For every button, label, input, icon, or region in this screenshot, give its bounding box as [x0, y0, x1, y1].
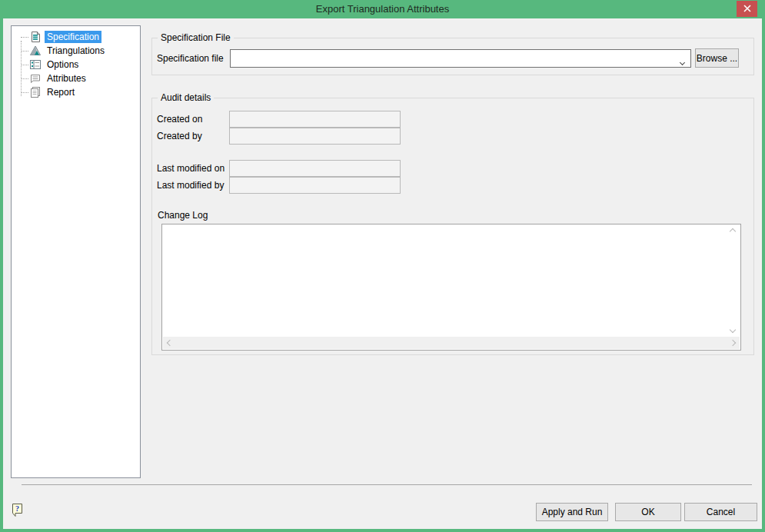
last-modified-by-field: [229, 177, 401, 194]
ok-button[interactable]: OK: [615, 503, 681, 521]
created-by-label: Created by: [157, 131, 202, 142]
triangulations-icon: [29, 45, 42, 57]
window-border-bottom: [0, 529, 765, 532]
sidebar-item-label: Attributes: [45, 72, 88, 85]
specification-file-combobox[interactable]: [230, 49, 691, 68]
scroll-right-icon[interactable]: [730, 340, 736, 346]
group-title: Audit details: [158, 92, 214, 103]
window-title: Export Triangulation Attributes: [0, 0, 765, 18]
scroll-down-icon[interactable]: [730, 327, 736, 333]
specification-file-input[interactable]: [232, 52, 674, 65]
svg-text:?: ?: [15, 504, 19, 513]
help-balloon-icon[interactable]: ?: [11, 503, 24, 519]
chevron-down-icon: [680, 56, 684, 67]
scroll-left-icon[interactable]: [167, 340, 173, 346]
sidebar-item-report[interactable]: Report: [12, 85, 140, 99]
sidebar-item-label: Report: [45, 86, 77, 98]
close-icon: [743, 4, 751, 15]
group-title: Specification File: [158, 32, 234, 43]
sidebar-item-label: Options: [45, 58, 81, 71]
navigation-tree: Specification Triangulations: [11, 25, 141, 478]
specification-file-group: Specification File Specification file Br…: [151, 38, 754, 75]
sidebar-item-specification[interactable]: Specification: [12, 30, 140, 44]
browse-button[interactable]: Browse ...: [695, 48, 739, 68]
change-log-label: Change Log: [158, 210, 208, 221]
created-by-field: [229, 128, 401, 145]
created-on-label: Created on: [157, 114, 202, 125]
cancel-button[interactable]: Cancel: [684, 503, 757, 521]
specification-icon: [29, 31, 42, 43]
window-border-left: [0, 18, 3, 532]
last-modified-on-label: Last modified on: [157, 163, 225, 175]
dialog-window: Export Triangulation Attributes: [0, 0, 765, 532]
apply-and-run-button[interactable]: Apply and Run: [536, 503, 608, 521]
last-modified-by-label: Last modified by: [157, 180, 224, 191]
report-icon: [29, 86, 42, 98]
sidebar-item-attributes[interactable]: Attributes: [12, 71, 140, 85]
close-button[interactable]: [737, 1, 757, 17]
attributes-icon: [29, 72, 42, 85]
last-modified-on-field: [229, 160, 401, 177]
footer-separator: [22, 484, 752, 485]
window-border-right: [762, 18, 765, 532]
sidebar-item-label: Specification: [45, 31, 101, 43]
vertical-scrollbar[interactable]: [727, 226, 739, 335]
audit-details-group: Audit details Created on Created by Last…: [151, 98, 754, 355]
change-log-textarea[interactable]: [164, 226, 725, 335]
specification-file-label: Specification file: [157, 53, 224, 65]
sidebar-item-label: Triangulations: [45, 45, 107, 57]
created-on-field: [229, 111, 401, 128]
horizontal-scrollbar[interactable]: [163, 337, 740, 349]
change-log-box: [161, 224, 741, 351]
sidebar-item-options[interactable]: Options: [12, 58, 140, 71]
options-icon: [29, 58, 42, 71]
sidebar-item-triangulations[interactable]: Triangulations: [12, 44, 140, 58]
scroll-up-icon[interactable]: [730, 228, 736, 234]
